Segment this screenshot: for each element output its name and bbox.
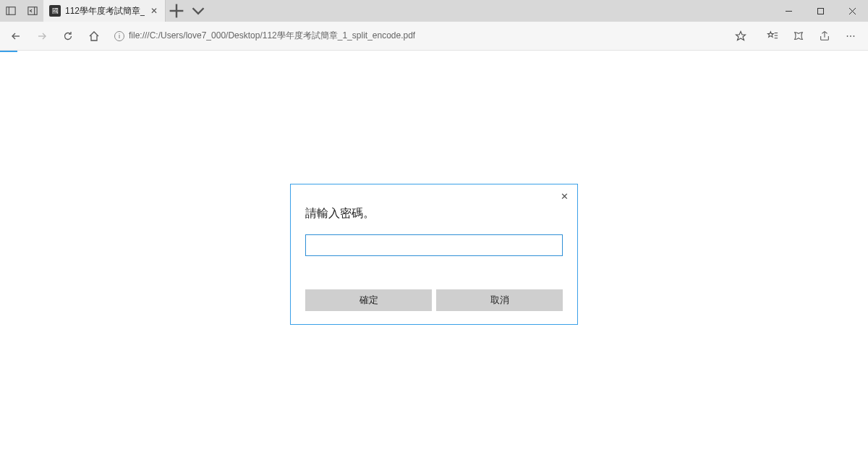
dialog-title: 請輸入密碼。 xyxy=(305,206,563,221)
more-icon[interactable] xyxy=(838,25,864,48)
svg-point-17 xyxy=(847,35,848,37)
svg-point-19 xyxy=(854,35,855,37)
forward-button[interactable] xyxy=(30,25,54,48)
browser-tab[interactable]: 國 112學年度考試簡章_1_s ✕ xyxy=(43,0,166,22)
window-minimize-button[interactable] xyxy=(773,0,804,22)
tabstrip-spacer xyxy=(209,0,773,22)
svg-rect-7 xyxy=(817,8,823,14)
tab-close-icon[interactable]: ✕ xyxy=(149,6,159,16)
page-content: ✕ 請輸入密碼。 確定 取消 xyxy=(0,52,868,463)
refresh-button[interactable] xyxy=(56,25,80,48)
set-aside-icon[interactable] xyxy=(22,0,43,22)
password-input[interactable] xyxy=(305,234,563,256)
favorite-star-icon[interactable] xyxy=(731,30,751,42)
tab-title: 112學年度考試簡章_1_s xyxy=(65,5,145,17)
svg-marker-12 xyxy=(736,31,746,40)
dialog-close-icon[interactable]: ✕ xyxy=(557,189,571,203)
site-info-icon[interactable]: i xyxy=(114,31,124,41)
tab-aside-icon[interactable] xyxy=(0,0,22,22)
tab-actions-chevron-icon[interactable] xyxy=(187,0,209,22)
back-button[interactable] xyxy=(4,25,27,48)
favorites-list-icon[interactable] xyxy=(760,25,786,48)
reading-list-icon[interactable] xyxy=(786,25,812,48)
home-button[interactable] xyxy=(82,25,106,48)
toolbar: i file:///C:/Users/love7_000/Desktop/112… xyxy=(0,22,868,51)
svg-rect-0 xyxy=(7,7,15,15)
tab-strip: 國 112學年度考試簡章_1_s ✕ xyxy=(0,0,868,22)
password-dialog: ✕ 請輸入密碼。 確定 取消 xyxy=(290,184,578,325)
tab-favicon-icon: 國 xyxy=(49,5,61,17)
toolbar-right xyxy=(760,25,864,48)
ok-button[interactable]: 確定 xyxy=(305,289,432,311)
window-close-button[interactable] xyxy=(836,0,868,22)
svg-marker-13 xyxy=(767,31,773,37)
svg-point-18 xyxy=(850,35,851,37)
address-bar[interactable]: i file:///C:/Users/love7_000/Desktop/112… xyxy=(109,26,757,46)
dialog-button-row: 確定 取消 xyxy=(305,289,563,311)
address-url: file:///C:/Users/love7_000/Desktop/112學年… xyxy=(129,30,415,42)
window-maximize-button[interactable] xyxy=(804,0,836,22)
window-controls xyxy=(773,0,868,22)
share-icon[interactable] xyxy=(812,25,838,48)
cancel-button[interactable]: 取消 xyxy=(436,289,563,311)
new-tab-button[interactable] xyxy=(166,0,187,22)
